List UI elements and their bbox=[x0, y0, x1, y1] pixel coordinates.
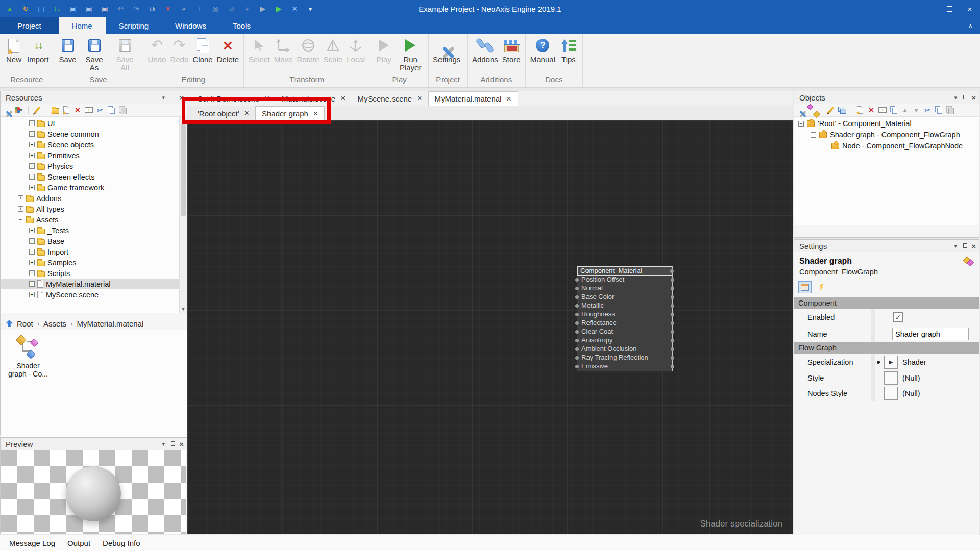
scroll-thumb[interactable] bbox=[181, 124, 186, 216]
clone-button[interactable]: Clone bbox=[191, 36, 214, 65]
app-logo-icon[interactable]: ▲ bbox=[5, 4, 14, 13]
rename-icon[interactable]: I bbox=[878, 106, 887, 115]
sub-tab-shader-graph[interactable]: Shader graph× bbox=[255, 106, 325, 120]
output-pin[interactable] bbox=[671, 313, 674, 316]
node-pin-row-emissive[interactable]: Emissive bbox=[577, 362, 672, 371]
pin-icon[interactable] bbox=[963, 243, 967, 249]
document-tab-sci-fi-demo-scene[interactable]: Sci-fi Demo.scene× bbox=[191, 91, 276, 106]
duplicate-icon[interactable] bbox=[889, 106, 898, 115]
input-pin[interactable] bbox=[575, 278, 579, 282]
input-pin[interactable] bbox=[575, 304, 579, 308]
input-pin[interactable] bbox=[575, 365, 579, 368]
panel-menu-icon[interactable]: ▾ bbox=[161, 439, 166, 448]
tab-close-icon[interactable]: × bbox=[313, 110, 318, 117]
tips-button[interactable]: Tips bbox=[558, 36, 579, 65]
save-button[interactable]: Save bbox=[57, 36, 79, 65]
close-button[interactable]: × bbox=[960, 0, 980, 17]
settings-icon[interactable] bbox=[4, 106, 13, 115]
close-icon[interactable]: × bbox=[971, 93, 976, 102]
input-pin[interactable] bbox=[575, 313, 579, 316]
settings-icon[interactable] bbox=[797, 106, 806, 115]
expand-icon[interactable]: + bbox=[29, 131, 35, 137]
tab-close-icon[interactable]: × bbox=[506, 95, 511, 103]
undo-icon[interactable]: ↶ bbox=[116, 4, 125, 13]
scroll-up-icon[interactable]: ▲ bbox=[180, 117, 187, 124]
tree-item-ui[interactable]: +UI bbox=[1, 118, 187, 129]
shader-graph-canvas[interactable]: Component_Material Position OffsetNormal… bbox=[187, 120, 793, 534]
edit-icon[interactable] bbox=[33, 106, 42, 115]
name-input[interactable]: Shader graph bbox=[892, 328, 969, 340]
new-button[interactable]: New bbox=[3, 36, 24, 65]
build-tools-icon[interactable]: ✕ bbox=[290, 4, 299, 13]
object-tree-item-node-component-flowgraphnode[interactable]: Node - Component_FlowGraphNode bbox=[794, 140, 979, 152]
delete-button[interactable]: ×Delete bbox=[215, 36, 240, 65]
tree-item-import[interactable]: +Import bbox=[1, 246, 187, 257]
play-icon[interactable]: ▶ bbox=[258, 4, 267, 13]
view-options-icon[interactable]: ▾ bbox=[15, 106, 24, 115]
tree-item-myscene-scene[interactable]: +MyScene.scene bbox=[1, 289, 187, 300]
tree-item--tests[interactable]: +_Tests bbox=[1, 225, 187, 236]
node-pin-row-metallic[interactable]: Metallic bbox=[577, 302, 672, 310]
input-pin[interactable] bbox=[575, 295, 579, 299]
expand-icon[interactable]: + bbox=[29, 120, 35, 126]
document-tab-materials-scene[interactable]: Materials.scene× bbox=[276, 91, 351, 106]
object-tree-item-shader-graph-component-flowgraph[interactable]: −Shader graph - Component_FlowGraph bbox=[794, 129, 979, 140]
cut-icon[interactable]: ✂ bbox=[95, 106, 105, 115]
status-tab-debug-info[interactable]: Debug Info bbox=[97, 535, 145, 551]
output-pin[interactable] bbox=[670, 269, 674, 273]
cut-icon[interactable]: ✂ bbox=[923, 106, 932, 115]
expand-icon[interactable]: + bbox=[18, 206, 23, 212]
expand-icon[interactable]: + bbox=[29, 249, 35, 255]
delete-icon[interactable]: × bbox=[73, 106, 82, 115]
expand-icon[interactable]: + bbox=[29, 281, 35, 287]
tab-close-icon[interactable]: × bbox=[265, 95, 270, 102]
tree-item-scripts[interactable]: +Scripts bbox=[1, 268, 187, 279]
output-pin[interactable] bbox=[671, 278, 674, 282]
close-icon[interactable]: × bbox=[179, 93, 184, 102]
output-pin[interactable] bbox=[671, 365, 674, 368]
ribbon-collapse-chevron-icon[interactable]: ∧ bbox=[961, 17, 980, 34]
delete-icon[interactable]: × bbox=[867, 106, 876, 115]
tree-item-mymaterial-material[interactable]: +MyMaterial.material bbox=[1, 279, 187, 289]
addons-button[interactable]: Addons bbox=[471, 36, 500, 65]
output-pin[interactable] bbox=[671, 287, 674, 290]
redo-icon[interactable]: ↷ bbox=[132, 4, 141, 13]
tree-item-screen-effects[interactable]: +Screen effects bbox=[1, 171, 187, 182]
panel-menu-icon[interactable]: ▾ bbox=[953, 241, 958, 251]
save-as-button[interactable]: Save As bbox=[80, 36, 109, 73]
node-pin-row-base-color[interactable]: Base Color bbox=[577, 293, 672, 302]
close-icon[interactable]: × bbox=[971, 242, 976, 251]
output-pin[interactable] bbox=[671, 347, 674, 351]
new-object-icon[interactable] bbox=[855, 106, 865, 115]
save-icon[interactable]: ▣ bbox=[68, 4, 78, 13]
scrollbar[interactable]: ▲ ▼ bbox=[179, 117, 187, 313]
collapse-icon[interactable]: − bbox=[18, 217, 23, 222]
expand-icon[interactable]: + bbox=[18, 195, 23, 201]
node-title[interactable]: Component_Material bbox=[577, 266, 672, 276]
navigate-up-icon[interactable] bbox=[6, 320, 13, 327]
node-pin-row-ambient-occlusion[interactable]: Ambient Occlusion bbox=[577, 345, 672, 354]
import-icon[interactable]: ↓↓ bbox=[53, 4, 62, 13]
output-pin[interactable] bbox=[671, 339, 674, 342]
panel-menu-icon[interactable]: ▾ bbox=[161, 93, 166, 102]
move-icon[interactable]: + bbox=[195, 4, 204, 13]
input-pin[interactable] bbox=[575, 356, 579, 360]
store-button[interactable]: Store bbox=[501, 36, 522, 65]
ribbon-tab-home[interactable]: Home bbox=[59, 17, 106, 34]
run-player-button[interactable]: Run Player bbox=[396, 36, 425, 73]
node-pin-row-normal[interactable]: Normal bbox=[577, 284, 672, 293]
save-all-icon[interactable]: ▣ bbox=[100, 4, 109, 13]
expand-icon[interactable]: + bbox=[29, 228, 35, 233]
specialization-expand-button[interactable]: ▶ bbox=[884, 356, 898, 369]
collapse-icon[interactable]: − bbox=[811, 132, 816, 138]
expand-icon[interactable]: + bbox=[29, 142, 35, 147]
new-folder-icon[interactable] bbox=[51, 106, 60, 115]
tree-item-primitives[interactable]: +Primitives bbox=[1, 150, 187, 161]
tree-item-all-types[interactable]: +All types bbox=[1, 204, 187, 214]
breadcrumb-item-root[interactable]: Root bbox=[17, 319, 33, 328]
pin-icon[interactable] bbox=[170, 441, 175, 447]
minimize-button[interactable]: – bbox=[919, 0, 939, 17]
document-tab-myscene-scene[interactable]: MyScene.scene× bbox=[351, 91, 428, 106]
output-pin[interactable] bbox=[671, 330, 674, 334]
select-icon[interactable]: ➢ bbox=[179, 4, 188, 13]
